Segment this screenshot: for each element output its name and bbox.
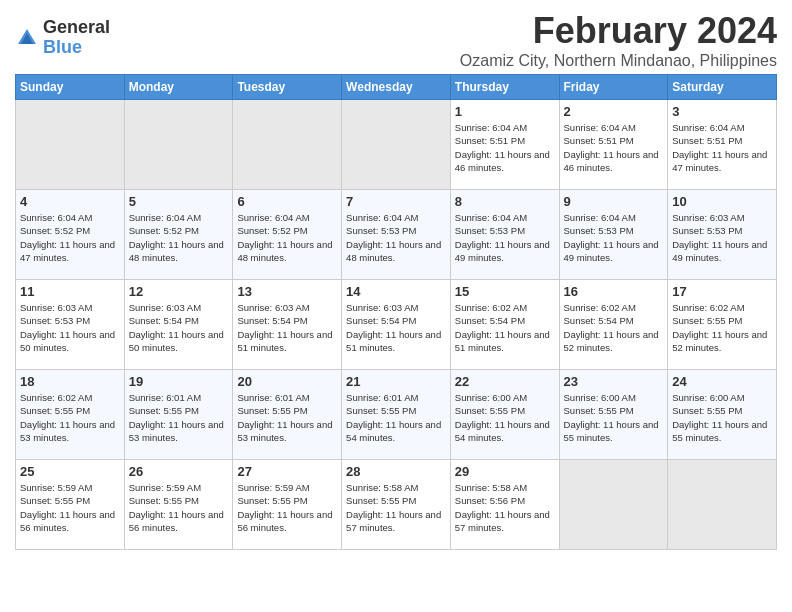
day-number: 4: [20, 194, 120, 209]
day-cell: 29 Sunrise: 5:58 AMSunset: 5:56 PMDaylig…: [450, 460, 559, 550]
day-cell: 23 Sunrise: 6:00 AMSunset: 5:55 PMDaylig…: [559, 370, 668, 460]
day-cell: [342, 100, 451, 190]
day-info: Sunrise: 5:59 AMSunset: 5:55 PMDaylight:…: [20, 481, 120, 534]
day-info: Sunrise: 6:03 AMSunset: 5:54 PMDaylight:…: [237, 301, 337, 354]
day-cell: 17 Sunrise: 6:02 AMSunset: 5:55 PMDaylig…: [668, 280, 777, 370]
title-area: February 2024 Ozamiz City, Northern Mind…: [460, 10, 777, 70]
page-header: General Blue February 2024 Ozamiz City, …: [15, 10, 777, 70]
header-sunday: Sunday: [16, 75, 125, 100]
day-info: Sunrise: 5:59 AMSunset: 5:55 PMDaylight:…: [129, 481, 229, 534]
header-thursday: Thursday: [450, 75, 559, 100]
day-info: Sunrise: 6:01 AMSunset: 5:55 PMDaylight:…: [346, 391, 446, 444]
header-monday: Monday: [124, 75, 233, 100]
day-number: 2: [564, 104, 664, 119]
day-number: 5: [129, 194, 229, 209]
day-cell: 1 Sunrise: 6:04 AMSunset: 5:51 PMDayligh…: [450, 100, 559, 190]
day-cell: 15 Sunrise: 6:02 AMSunset: 5:54 PMDaylig…: [450, 280, 559, 370]
day-number: 6: [237, 194, 337, 209]
week-row-2: 11 Sunrise: 6:03 AMSunset: 5:53 PMDaylig…: [16, 280, 777, 370]
logo: General Blue: [15, 18, 110, 58]
day-info: Sunrise: 6:01 AMSunset: 5:55 PMDaylight:…: [237, 391, 337, 444]
day-number: 15: [455, 284, 555, 299]
day-number: 19: [129, 374, 229, 389]
day-cell: 7 Sunrise: 6:04 AMSunset: 5:53 PMDayligh…: [342, 190, 451, 280]
day-info: Sunrise: 6:04 AMSunset: 5:51 PMDaylight:…: [564, 121, 664, 174]
day-cell: [16, 100, 125, 190]
day-info: Sunrise: 6:01 AMSunset: 5:55 PMDaylight:…: [129, 391, 229, 444]
day-cell: 24 Sunrise: 6:00 AMSunset: 5:55 PMDaylig…: [668, 370, 777, 460]
day-number: 9: [564, 194, 664, 209]
day-info: Sunrise: 6:00 AMSunset: 5:55 PMDaylight:…: [455, 391, 555, 444]
day-number: 24: [672, 374, 772, 389]
day-number: 7: [346, 194, 446, 209]
location-title: Ozamiz City, Northern Mindanao, Philippi…: [460, 52, 777, 70]
logo-icon: [15, 26, 39, 50]
day-number: 16: [564, 284, 664, 299]
day-cell: 26 Sunrise: 5:59 AMSunset: 5:55 PMDaylig…: [124, 460, 233, 550]
day-cell: 21 Sunrise: 6:01 AMSunset: 5:55 PMDaylig…: [342, 370, 451, 460]
day-number: 27: [237, 464, 337, 479]
day-number: 20: [237, 374, 337, 389]
day-cell: 12 Sunrise: 6:03 AMSunset: 5:54 PMDaylig…: [124, 280, 233, 370]
day-info: Sunrise: 6:02 AMSunset: 5:55 PMDaylight:…: [20, 391, 120, 444]
day-cell: 9 Sunrise: 6:04 AMSunset: 5:53 PMDayligh…: [559, 190, 668, 280]
day-info: Sunrise: 6:00 AMSunset: 5:55 PMDaylight:…: [672, 391, 772, 444]
day-number: 3: [672, 104, 772, 119]
day-info: Sunrise: 6:04 AMSunset: 5:51 PMDaylight:…: [455, 121, 555, 174]
day-info: Sunrise: 6:04 AMSunset: 5:52 PMDaylight:…: [20, 211, 120, 264]
day-number: 23: [564, 374, 664, 389]
day-cell: 6 Sunrise: 6:04 AMSunset: 5:52 PMDayligh…: [233, 190, 342, 280]
day-cell: 16 Sunrise: 6:02 AMSunset: 5:54 PMDaylig…: [559, 280, 668, 370]
day-cell: 27 Sunrise: 5:59 AMSunset: 5:55 PMDaylig…: [233, 460, 342, 550]
header-saturday: Saturday: [668, 75, 777, 100]
day-cell: 14 Sunrise: 6:03 AMSunset: 5:54 PMDaylig…: [342, 280, 451, 370]
day-info: Sunrise: 6:04 AMSunset: 5:53 PMDaylight:…: [564, 211, 664, 264]
day-number: 25: [20, 464, 120, 479]
day-info: Sunrise: 6:02 AMSunset: 5:55 PMDaylight:…: [672, 301, 772, 354]
week-row-3: 18 Sunrise: 6:02 AMSunset: 5:55 PMDaylig…: [16, 370, 777, 460]
day-number: 11: [20, 284, 120, 299]
week-row-1: 4 Sunrise: 6:04 AMSunset: 5:52 PMDayligh…: [16, 190, 777, 280]
day-info: Sunrise: 6:04 AMSunset: 5:52 PMDaylight:…: [237, 211, 337, 264]
day-cell: 3 Sunrise: 6:04 AMSunset: 5:51 PMDayligh…: [668, 100, 777, 190]
day-number: 14: [346, 284, 446, 299]
day-cell: 19 Sunrise: 6:01 AMSunset: 5:55 PMDaylig…: [124, 370, 233, 460]
day-number: 17: [672, 284, 772, 299]
day-cell: [233, 100, 342, 190]
day-cell: 8 Sunrise: 6:04 AMSunset: 5:53 PMDayligh…: [450, 190, 559, 280]
day-cell: 20 Sunrise: 6:01 AMSunset: 5:55 PMDaylig…: [233, 370, 342, 460]
day-cell: 22 Sunrise: 6:00 AMSunset: 5:55 PMDaylig…: [450, 370, 559, 460]
day-cell: 4 Sunrise: 6:04 AMSunset: 5:52 PMDayligh…: [16, 190, 125, 280]
day-info: Sunrise: 6:04 AMSunset: 5:52 PMDaylight:…: [129, 211, 229, 264]
header-friday: Friday: [559, 75, 668, 100]
day-number: 21: [346, 374, 446, 389]
header-row: SundayMondayTuesdayWednesdayThursdayFrid…: [16, 75, 777, 100]
day-number: 28: [346, 464, 446, 479]
week-row-4: 25 Sunrise: 5:59 AMSunset: 5:55 PMDaylig…: [16, 460, 777, 550]
day-info: Sunrise: 5:59 AMSunset: 5:55 PMDaylight:…: [237, 481, 337, 534]
day-info: Sunrise: 6:02 AMSunset: 5:54 PMDaylight:…: [564, 301, 664, 354]
day-info: Sunrise: 6:00 AMSunset: 5:55 PMDaylight:…: [564, 391, 664, 444]
day-info: Sunrise: 6:03 AMSunset: 5:54 PMDaylight:…: [129, 301, 229, 354]
day-number: 13: [237, 284, 337, 299]
day-cell: 28 Sunrise: 5:58 AMSunset: 5:55 PMDaylig…: [342, 460, 451, 550]
month-title: February 2024: [460, 10, 777, 52]
day-info: Sunrise: 6:04 AMSunset: 5:51 PMDaylight:…: [672, 121, 772, 174]
day-cell: 18 Sunrise: 6:02 AMSunset: 5:55 PMDaylig…: [16, 370, 125, 460]
day-number: 18: [20, 374, 120, 389]
day-cell: 25 Sunrise: 5:59 AMSunset: 5:55 PMDaylig…: [16, 460, 125, 550]
day-number: 10: [672, 194, 772, 209]
week-row-0: 1 Sunrise: 6:04 AMSunset: 5:51 PMDayligh…: [16, 100, 777, 190]
day-number: 26: [129, 464, 229, 479]
day-number: 1: [455, 104, 555, 119]
day-cell: [668, 460, 777, 550]
day-number: 12: [129, 284, 229, 299]
day-info: Sunrise: 6:04 AMSunset: 5:53 PMDaylight:…: [455, 211, 555, 264]
day-info: Sunrise: 6:04 AMSunset: 5:53 PMDaylight:…: [346, 211, 446, 264]
day-info: Sunrise: 5:58 AMSunset: 5:56 PMDaylight:…: [455, 481, 555, 534]
day-info: Sunrise: 6:02 AMSunset: 5:54 PMDaylight:…: [455, 301, 555, 354]
day-info: Sunrise: 6:03 AMSunset: 5:53 PMDaylight:…: [20, 301, 120, 354]
header-wednesday: Wednesday: [342, 75, 451, 100]
day-cell: 10 Sunrise: 6:03 AMSunset: 5:53 PMDaylig…: [668, 190, 777, 280]
day-info: Sunrise: 5:58 AMSunset: 5:55 PMDaylight:…: [346, 481, 446, 534]
